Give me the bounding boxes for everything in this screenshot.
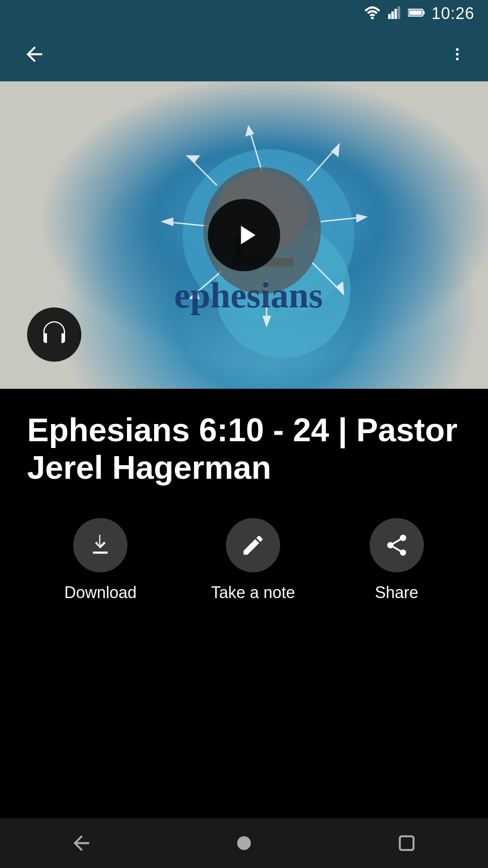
svg-rect-3 bbox=[394, 9, 397, 19]
svg-point-32 bbox=[237, 836, 251, 850]
nav-recents-button[interactable] bbox=[386, 822, 427, 864]
sermon-thumbnail: ephesians bbox=[0, 81, 488, 389]
svg-rect-1 bbox=[388, 14, 391, 19]
download-icon bbox=[88, 533, 113, 558]
sermon-title: Ephesians 6:10 - 24 | Pastor Jerel Hager… bbox=[27, 411, 461, 486]
svg-rect-33 bbox=[400, 836, 413, 850]
app-bar bbox=[0, 27, 488, 81]
status-bar: 10:26 bbox=[0, 0, 488, 27]
svg-point-9 bbox=[456, 53, 459, 56]
wifi-icon bbox=[364, 6, 381, 21]
share-circle[interactable] bbox=[370, 518, 424, 572]
share-label: Share bbox=[375, 583, 418, 602]
download-label: Download bbox=[64, 583, 136, 602]
svg-rect-6 bbox=[423, 11, 425, 14]
status-time: 10:26 bbox=[432, 4, 474, 23]
download-action[interactable]: Download bbox=[64, 518, 136, 602]
svg-point-10 bbox=[456, 58, 459, 61]
note-action[interactable]: Take a note bbox=[211, 518, 295, 602]
svg-point-0 bbox=[371, 17, 374, 19]
share-action[interactable]: Share bbox=[370, 518, 424, 602]
bottom-nav bbox=[0, 818, 488, 868]
nav-home-button[interactable] bbox=[223, 822, 265, 864]
more-options-button[interactable] bbox=[445, 42, 470, 67]
back-button[interactable] bbox=[18, 38, 51, 71]
status-icons: 10:26 bbox=[364, 4, 474, 23]
play-button[interactable] bbox=[208, 199, 280, 271]
signal-icon bbox=[387, 6, 402, 21]
note-icon bbox=[240, 533, 266, 558]
download-circle[interactable] bbox=[73, 518, 127, 572]
note-circle[interactable] bbox=[226, 518, 280, 572]
battery-icon bbox=[408, 6, 425, 21]
svg-rect-4 bbox=[398, 6, 400, 19]
svg-rect-2 bbox=[391, 11, 394, 19]
note-label: Take a note bbox=[211, 583, 295, 602]
headphone-button[interactable] bbox=[27, 307, 81, 362]
svg-point-8 bbox=[456, 48, 459, 51]
svg-rect-7 bbox=[409, 10, 422, 15]
nav-back-button[interactable] bbox=[61, 822, 102, 864]
share-icon bbox=[384, 533, 409, 558]
content-area: Ephesians 6:10 - 24 | Pastor Jerel Hager… bbox=[0, 389, 488, 818]
actions-row: Download Take a note Share bbox=[27, 518, 461, 602]
